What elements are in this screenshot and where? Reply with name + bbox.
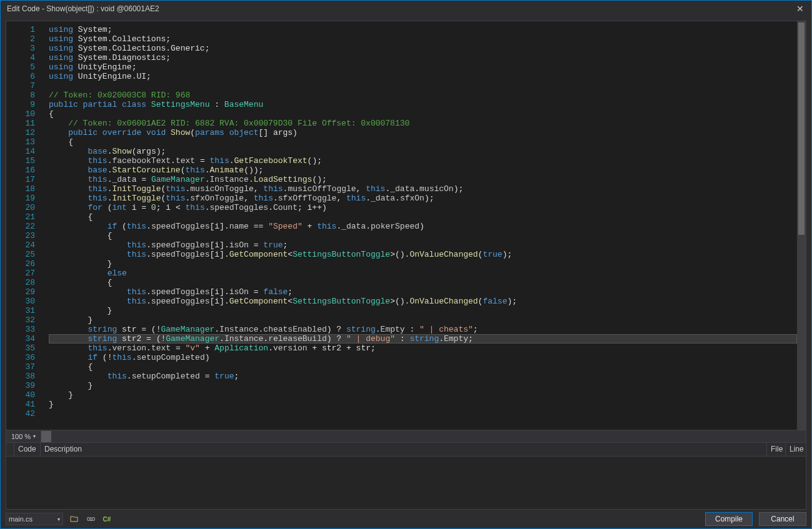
scroll-thumb[interactable] — [798, 22, 804, 235]
col-file[interactable]: File — [767, 443, 786, 456]
open-folder-icon[interactable] — [69, 514, 79, 524]
zoom-combo[interactable]: 100 % ▾ — [6, 430, 41, 443]
error-list-body — [6, 457, 806, 510]
file-combo[interactable]: main.cs ▾ — [6, 513, 63, 525]
binary-icon[interactable]: 010 — [86, 514, 96, 524]
title-bar: Edit Code - Show(object[]) : void @06001… — [1, 1, 811, 17]
window-title: Edit Code - Show(object[]) : void @06001… — [4, 4, 159, 13]
cancel-button[interactable]: Cancel — [759, 512, 806, 526]
code-area[interactable]: using System;using System.Collections;us… — [41, 21, 797, 430]
editor-hscroll-row: 100 % ▾ — [6, 430, 806, 443]
compile-button[interactable]: Compile — [705, 512, 753, 526]
error-list-header: Code Description File Line — [6, 443, 806, 457]
chevron-down-icon: ▾ — [33, 433, 36, 439]
col-line[interactable]: Line — [786, 443, 806, 456]
col-description[interactable]: Description — [41, 443, 767, 456]
scroll-left-icon[interactable] — [41, 431, 51, 442]
line-gutter: 1234567891011121314151617181920212223242… — [6, 21, 41, 430]
close-icon[interactable]: ✕ — [793, 1, 808, 16]
zoom-value: 100 % — [11, 433, 31, 440]
code-editor[interactable]: 1234567891011121314151617181920212223242… — [6, 21, 806, 430]
chevron-down-icon: ▾ — [58, 517, 60, 522]
vertical-scrollbar[interactable] — [797, 21, 806, 430]
csharp-icon[interactable]: C# — [102, 514, 112, 524]
col-code[interactable]: Code — [14, 443, 41, 456]
file-name: main.cs — [9, 515, 33, 523]
bottom-bar: main.cs ▾ 010 C# Compile Cancel — [1, 510, 811, 528]
